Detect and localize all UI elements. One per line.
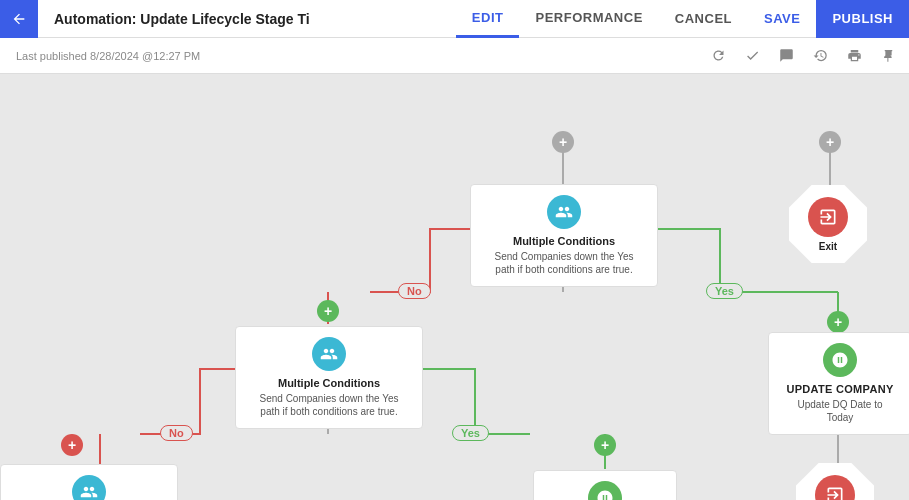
multi-conditions-top[interactable]: Multiple Conditions Send Companies down … xyxy=(470,184,658,287)
save-button[interactable]: SAVE xyxy=(748,0,816,38)
add-node-top-right[interactable]: + xyxy=(819,131,841,153)
tab-edit[interactable]: EDIT xyxy=(456,0,520,38)
comment-icon[interactable] xyxy=(773,43,799,69)
multi-conditions-mid-desc: Send Companies down the Yes path if both… xyxy=(250,392,408,418)
add-node-mid-left[interactable]: + xyxy=(317,300,339,322)
exit-octagon-bot: Exit xyxy=(796,463,874,500)
header-tabs: EDIT PERFORMANCE xyxy=(456,0,659,37)
back-button[interactable] xyxy=(0,0,38,38)
publish-button[interactable]: PUBLISH xyxy=(816,0,909,38)
update-icon-bot xyxy=(588,481,622,500)
tab-performance[interactable]: PERFORMANCE xyxy=(519,0,658,38)
add-node-top-yes[interactable]: + xyxy=(827,311,849,333)
toolbar-icons xyxy=(705,43,901,69)
page-title: Automation: Update Lifecycle Stage Ti xyxy=(38,11,456,27)
yes-label-top: Yes xyxy=(706,283,743,299)
exit-label-top: Exit xyxy=(819,241,837,252)
check-icon[interactable] xyxy=(739,43,765,69)
cancel-button[interactable]: CANCEL xyxy=(659,0,748,38)
exit-octagon-top: Exit xyxy=(789,185,867,263)
pin-icon[interactable] xyxy=(875,43,901,69)
no-label-top: No xyxy=(398,283,431,299)
toolbar: Last published 8/28/2024 @12:27 PM xyxy=(0,38,909,74)
exit-icon-top xyxy=(808,197,848,237)
update-company-bot[interactable]: UPDATE COMPANY Update Lead Date to Today xyxy=(533,470,677,500)
multi-conditions-top-title: Multiple Conditions xyxy=(513,235,615,247)
add-node-top-center[interactable]: + xyxy=(552,131,574,153)
yes-label-mid: Yes xyxy=(452,425,489,441)
add-node-bot-no[interactable]: + xyxy=(61,434,83,456)
update-icon-top xyxy=(823,343,857,377)
exit-top-right[interactable]: Exit xyxy=(788,184,868,264)
update-company-top[interactable]: UPDATE COMPANY Update DQ Date to Today xyxy=(768,332,909,435)
update-company-top-title: UPDATE COMPANY xyxy=(786,383,893,395)
header: Automation: Update Lifecycle Stage Ti ED… xyxy=(0,0,909,38)
print-icon[interactable] xyxy=(841,43,867,69)
conditions-icon-mid xyxy=(312,337,346,371)
multi-conditions-top-desc: Send Companies down the Yes path if both… xyxy=(485,250,643,276)
multi-conditions-mid[interactable]: Multiple Conditions Send Companies down … xyxy=(235,326,423,429)
update-company-top-desc: Update DQ Date to Today xyxy=(783,398,897,424)
canvas: + + Multiple Conditions Send Companies d… xyxy=(0,74,909,500)
add-node-bot-yes[interactable]: + xyxy=(594,434,616,456)
exit-bot-right[interactable]: Exit xyxy=(795,462,875,500)
exit-icon-bot xyxy=(815,475,855,501)
refresh-icon[interactable] xyxy=(705,43,731,69)
multi-conditions-bot[interactable]: Multiple Conditions Send Companies down … xyxy=(0,464,178,500)
history-icon[interactable] xyxy=(807,43,833,69)
last-published-text: Last published 8/28/2024 @12:27 PM xyxy=(8,50,705,62)
multi-conditions-mid-title: Multiple Conditions xyxy=(278,377,380,389)
no-label-mid: No xyxy=(160,425,193,441)
conditions-icon-bot xyxy=(72,475,106,500)
conditions-icon-top xyxy=(547,195,581,229)
